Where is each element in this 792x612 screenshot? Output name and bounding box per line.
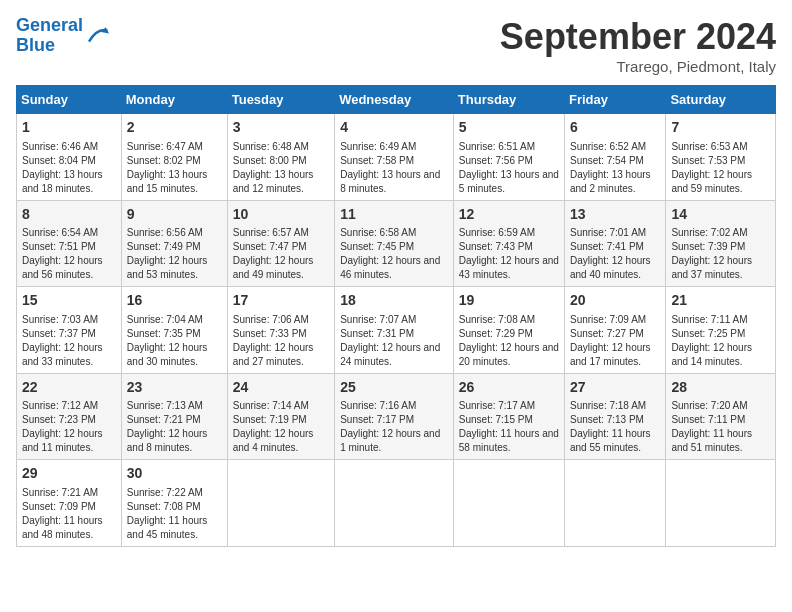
calendar-cell: 24Sunrise: 7:14 AM Sunset: 7:19 PM Dayli… — [227, 373, 334, 460]
day-info: Sunrise: 7:08 AM Sunset: 7:29 PM Dayligh… — [459, 313, 559, 369]
calendar-week-row: 15Sunrise: 7:03 AM Sunset: 7:37 PM Dayli… — [17, 287, 776, 374]
calendar-cell: 19Sunrise: 7:08 AM Sunset: 7:29 PM Dayli… — [453, 287, 564, 374]
day-number: 1 — [22, 118, 116, 138]
calendar-header-row: SundayMondayTuesdayWednesdayThursdayFrid… — [17, 86, 776, 114]
header-cell-tuesday: Tuesday — [227, 86, 334, 114]
calendar-cell: 6Sunrise: 6:52 AM Sunset: 7:54 PM Daylig… — [564, 114, 665, 201]
day-info: Sunrise: 7:11 AM Sunset: 7:25 PM Dayligh… — [671, 313, 770, 369]
day-number: 17 — [233, 291, 329, 311]
day-info: Sunrise: 6:46 AM Sunset: 8:04 PM Dayligh… — [22, 140, 116, 196]
header-cell-saturday: Saturday — [666, 86, 776, 114]
day-info: Sunrise: 6:53 AM Sunset: 7:53 PM Dayligh… — [671, 140, 770, 196]
calendar-cell — [666, 460, 776, 547]
day-number: 6 — [570, 118, 660, 138]
calendar-cell: 29Sunrise: 7:21 AM Sunset: 7:09 PM Dayli… — [17, 460, 122, 547]
day-info: Sunrise: 6:48 AM Sunset: 8:00 PM Dayligh… — [233, 140, 329, 196]
day-number: 23 — [127, 378, 222, 398]
day-info: Sunrise: 6:47 AM Sunset: 8:02 PM Dayligh… — [127, 140, 222, 196]
calendar-cell: 12Sunrise: 6:59 AM Sunset: 7:43 PM Dayli… — [453, 200, 564, 287]
day-info: Sunrise: 7:22 AM Sunset: 7:08 PM Dayligh… — [127, 486, 222, 542]
calendar-cell: 22Sunrise: 7:12 AM Sunset: 7:23 PM Dayli… — [17, 373, 122, 460]
day-info: Sunrise: 6:52 AM Sunset: 7:54 PM Dayligh… — [570, 140, 660, 196]
calendar-cell: 30Sunrise: 7:22 AM Sunset: 7:08 PM Dayli… — [121, 460, 227, 547]
day-number: 15 — [22, 291, 116, 311]
day-number: 4 — [340, 118, 448, 138]
calendar-cell: 27Sunrise: 7:18 AM Sunset: 7:13 PM Dayli… — [564, 373, 665, 460]
calendar-cell — [564, 460, 665, 547]
day-number: 25 — [340, 378, 448, 398]
day-number: 30 — [127, 464, 222, 484]
logo-icon — [85, 24, 109, 48]
day-number: 20 — [570, 291, 660, 311]
calendar-week-row: 22Sunrise: 7:12 AM Sunset: 7:23 PM Dayli… — [17, 373, 776, 460]
page-header: General Blue September 2024 Trarego, Pie… — [16, 16, 776, 75]
calendar-week-row: 29Sunrise: 7:21 AM Sunset: 7:09 PM Dayli… — [17, 460, 776, 547]
logo: General Blue — [16, 16, 109, 56]
day-info: Sunrise: 7:16 AM Sunset: 7:17 PM Dayligh… — [340, 399, 448, 455]
day-number: 27 — [570, 378, 660, 398]
calendar-cell: 5Sunrise: 6:51 AM Sunset: 7:56 PM Daylig… — [453, 114, 564, 201]
calendar-cell: 18Sunrise: 7:07 AM Sunset: 7:31 PM Dayli… — [335, 287, 454, 374]
day-info: Sunrise: 7:17 AM Sunset: 7:15 PM Dayligh… — [459, 399, 559, 455]
day-info: Sunrise: 6:57 AM Sunset: 7:47 PM Dayligh… — [233, 226, 329, 282]
day-info: Sunrise: 6:51 AM Sunset: 7:56 PM Dayligh… — [459, 140, 559, 196]
day-number: 13 — [570, 205, 660, 225]
calendar-cell: 23Sunrise: 7:13 AM Sunset: 7:21 PM Dayli… — [121, 373, 227, 460]
calendar-cell: 15Sunrise: 7:03 AM Sunset: 7:37 PM Dayli… — [17, 287, 122, 374]
day-info: Sunrise: 7:13 AM Sunset: 7:21 PM Dayligh… — [127, 399, 222, 455]
day-number: 24 — [233, 378, 329, 398]
calendar-cell: 14Sunrise: 7:02 AM Sunset: 7:39 PM Dayli… — [666, 200, 776, 287]
calendar-cell — [335, 460, 454, 547]
day-number: 18 — [340, 291, 448, 311]
calendar-table: SundayMondayTuesdayWednesdayThursdayFrid… — [16, 85, 776, 547]
calendar-cell: 3Sunrise: 6:48 AM Sunset: 8:00 PM Daylig… — [227, 114, 334, 201]
title-block: September 2024 Trarego, Piedmont, Italy — [500, 16, 776, 75]
calendar-cell: 17Sunrise: 7:06 AM Sunset: 7:33 PM Dayli… — [227, 287, 334, 374]
day-info: Sunrise: 6:59 AM Sunset: 7:43 PM Dayligh… — [459, 226, 559, 282]
day-number: 11 — [340, 205, 448, 225]
header-cell-monday: Monday — [121, 86, 227, 114]
calendar-cell: 13Sunrise: 7:01 AM Sunset: 7:41 PM Dayli… — [564, 200, 665, 287]
calendar-cell: 4Sunrise: 6:49 AM Sunset: 7:58 PM Daylig… — [335, 114, 454, 201]
day-number: 16 — [127, 291, 222, 311]
calendar-cell: 25Sunrise: 7:16 AM Sunset: 7:17 PM Dayli… — [335, 373, 454, 460]
day-info: Sunrise: 7:06 AM Sunset: 7:33 PM Dayligh… — [233, 313, 329, 369]
calendar-cell: 7Sunrise: 6:53 AM Sunset: 7:53 PM Daylig… — [666, 114, 776, 201]
calendar-cell: 11Sunrise: 6:58 AM Sunset: 7:45 PM Dayli… — [335, 200, 454, 287]
day-info: Sunrise: 7:14 AM Sunset: 7:19 PM Dayligh… — [233, 399, 329, 455]
calendar-cell: 28Sunrise: 7:20 AM Sunset: 7:11 PM Dayli… — [666, 373, 776, 460]
day-number: 10 — [233, 205, 329, 225]
calendar-cell: 26Sunrise: 7:17 AM Sunset: 7:15 PM Dayli… — [453, 373, 564, 460]
day-number: 29 — [22, 464, 116, 484]
calendar-cell: 2Sunrise: 6:47 AM Sunset: 8:02 PM Daylig… — [121, 114, 227, 201]
calendar-cell — [453, 460, 564, 547]
day-info: Sunrise: 6:56 AM Sunset: 7:49 PM Dayligh… — [127, 226, 222, 282]
day-number: 2 — [127, 118, 222, 138]
day-number: 8 — [22, 205, 116, 225]
calendar-cell: 9Sunrise: 6:56 AM Sunset: 7:49 PM Daylig… — [121, 200, 227, 287]
calendar-cell: 20Sunrise: 7:09 AM Sunset: 7:27 PM Dayli… — [564, 287, 665, 374]
calendar-cell: 21Sunrise: 7:11 AM Sunset: 7:25 PM Dayli… — [666, 287, 776, 374]
day-number: 14 — [671, 205, 770, 225]
calendar-cell: 8Sunrise: 6:54 AM Sunset: 7:51 PM Daylig… — [17, 200, 122, 287]
calendar-cell: 16Sunrise: 7:04 AM Sunset: 7:35 PM Dayli… — [121, 287, 227, 374]
month-title: September 2024 — [500, 16, 776, 58]
day-info: Sunrise: 7:03 AM Sunset: 7:37 PM Dayligh… — [22, 313, 116, 369]
header-cell-wednesday: Wednesday — [335, 86, 454, 114]
day-info: Sunrise: 7:12 AM Sunset: 7:23 PM Dayligh… — [22, 399, 116, 455]
calendar-cell — [227, 460, 334, 547]
day-info: Sunrise: 7:04 AM Sunset: 7:35 PM Dayligh… — [127, 313, 222, 369]
calendar-cell: 1Sunrise: 6:46 AM Sunset: 8:04 PM Daylig… — [17, 114, 122, 201]
day-info: Sunrise: 7:20 AM Sunset: 7:11 PM Dayligh… — [671, 399, 770, 455]
day-number: 22 — [22, 378, 116, 398]
day-number: 5 — [459, 118, 559, 138]
logo-text: General Blue — [16, 16, 83, 56]
day-info: Sunrise: 6:58 AM Sunset: 7:45 PM Dayligh… — [340, 226, 448, 282]
header-cell-friday: Friday — [564, 86, 665, 114]
calendar-week-row: 1Sunrise: 6:46 AM Sunset: 8:04 PM Daylig… — [17, 114, 776, 201]
day-number: 9 — [127, 205, 222, 225]
day-info: Sunrise: 7:18 AM Sunset: 7:13 PM Dayligh… — [570, 399, 660, 455]
day-info: Sunrise: 6:54 AM Sunset: 7:51 PM Dayligh… — [22, 226, 116, 282]
day-info: Sunrise: 7:02 AM Sunset: 7:39 PM Dayligh… — [671, 226, 770, 282]
day-number: 19 — [459, 291, 559, 311]
